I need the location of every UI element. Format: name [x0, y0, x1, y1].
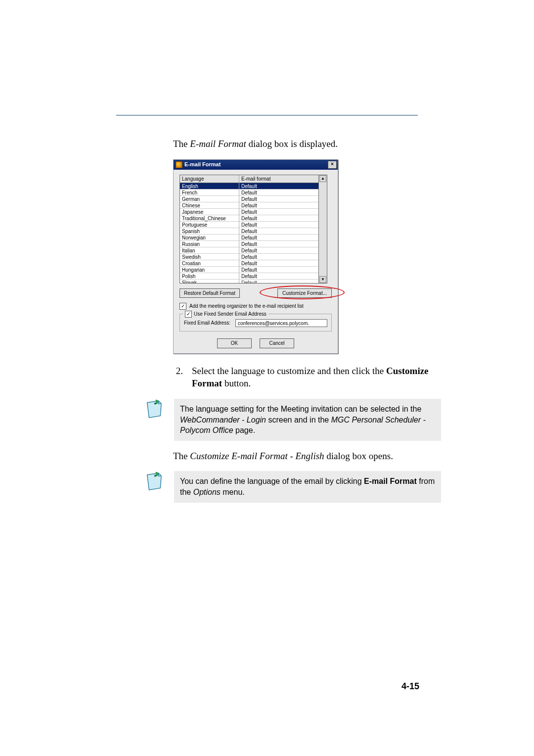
- text: screen and in the: [266, 416, 331, 424]
- cell-format: Default: [239, 222, 318, 228]
- add-organizer-checkbox[interactable]: ✓: [179, 303, 186, 310]
- scroll-up-button[interactable]: ▲: [319, 175, 326, 182]
- col-header-language: Language: [180, 175, 239, 183]
- fixed-sender-fieldset: ✓ Use Fixed Sender Email Address Fixed E…: [179, 314, 332, 331]
- note-1: The language setting for the Meeting inv…: [144, 399, 441, 441]
- cell-language: Russian: [180, 241, 239, 247]
- dialog-titlebar: E-mail Format ×: [174, 160, 338, 170]
- table-row[interactable]: Russian Default: [180, 241, 318, 247]
- cell-language: Portuguese: [180, 222, 239, 228]
- cell-format: Default: [239, 254, 318, 260]
- cell-language: English: [180, 183, 239, 189]
- text-italic: E-mail Format: [190, 139, 246, 149]
- cell-language: Croatian: [180, 260, 239, 267]
- cell-format: Default: [239, 247, 318, 254]
- table-row[interactable]: Spanish Default: [180, 228, 318, 235]
- text-bold: E-mail Format: [364, 477, 417, 485]
- cell-language: Japanese: [180, 209, 239, 215]
- text: Select the language to customize and the…: [192, 366, 386, 376]
- dialog-body: Language E-mail format English Default F…: [174, 170, 338, 353]
- sticky-note-icon: [144, 400, 163, 421]
- add-organizer-label: Add the meeting organizer to the e-mail …: [189, 303, 304, 310]
- cell-language: Swedish: [180, 254, 239, 260]
- format-buttons-row: Restore Default Format Customize Format.…: [179, 288, 332, 298]
- table-row[interactable]: German Default: [180, 196, 318, 202]
- close-button[interactable]: ×: [328, 161, 337, 169]
- table-row[interactable]: Japanese Default: [180, 209, 318, 215]
- use-fixed-sender-label: Use Fixed Sender Email Address: [194, 311, 267, 318]
- table-row[interactable]: Traditional_Chinese Default: [180, 215, 318, 222]
- cell-format: Default: [239, 235, 318, 241]
- cell-format: Default: [239, 267, 318, 273]
- table-row[interactable]: English Default: [180, 183, 318, 189]
- titlebar-left: E-mail Format: [176, 161, 221, 168]
- sticky-note-icon: [144, 472, 163, 493]
- cell-language: Norwegian: [180, 235, 239, 241]
- cell-format: Default: [239, 189, 318, 196]
- scrollbar[interactable]: ▲ ▼: [319, 175, 327, 284]
- text-italic: Options: [193, 488, 221, 496]
- fixed-email-row: Fixed Email Address: conferences@service…: [184, 319, 327, 327]
- cell-format: Default: [239, 273, 318, 280]
- page: The E-mail Format dialog box is displaye…: [0, 0, 534, 756]
- text: dialog box opens.: [324, 451, 393, 461]
- page-number: 4-15: [401, 681, 419, 692]
- cell-language: Slovak: [180, 280, 239, 283]
- fixed-sender-legend: ✓ Use Fixed Sender Email Address: [183, 311, 268, 318]
- table-row[interactable]: Polish Default: [180, 273, 318, 280]
- text: page.: [233, 426, 255, 434]
- cell-format: Default: [239, 183, 318, 189]
- fixed-email-input[interactable]: conferences@services.polycom.: [235, 319, 327, 327]
- text: button.: [222, 378, 251, 388]
- scroll-down-button[interactable]: ▼: [319, 276, 326, 283]
- cell-format: Default: [239, 260, 318, 267]
- cell-format: Default: [239, 228, 318, 235]
- cancel-button[interactable]: Cancel: [260, 338, 294, 348]
- cell-language: Polish: [180, 273, 239, 280]
- customize-format-button[interactable]: Customize Format...: [277, 288, 332, 298]
- cell-language: French: [180, 189, 239, 196]
- cell-language: Hungarian: [180, 267, 239, 273]
- col-header-format: E-mail format: [239, 175, 318, 183]
- cell-language: Spanish: [180, 228, 239, 235]
- dialog-title: E-mail Format: [184, 161, 221, 168]
- step-number: 2.: [173, 365, 183, 390]
- table-row[interactable]: Norwegian Default: [180, 235, 318, 241]
- text: The: [173, 451, 190, 461]
- ok-button[interactable]: OK: [217, 338, 252, 348]
- table-row[interactable]: Swedish Default: [180, 254, 318, 260]
- language-grid-wrap: Language E-mail format English Default F…: [179, 175, 332, 284]
- app-icon: [176, 161, 182, 168]
- use-fixed-sender-checkbox[interactable]: ✓: [185, 311, 192, 318]
- cell-format: Default: [239, 196, 318, 202]
- restore-default-format-button[interactable]: Restore Default Format: [179, 288, 240, 298]
- table-row[interactable]: Chinese Default: [180, 202, 318, 209]
- text: The: [173, 139, 190, 149]
- cell-language: Traditional_Chinese: [180, 215, 239, 222]
- table-row[interactable]: Portuguese Default: [180, 222, 318, 228]
- table-row[interactable]: Italian Default: [180, 247, 318, 254]
- table-row[interactable]: Slovak Default: [180, 280, 318, 283]
- language-grid[interactable]: Language E-mail format English Default F…: [179, 175, 319, 284]
- dialog-footer: OK Cancel: [179, 338, 332, 348]
- secondary-paragraph: The Customize E-mail Format - English di…: [173, 450, 430, 463]
- svg-point-1: [154, 475, 156, 477]
- text: The language setting for the Meeting inv…: [180, 405, 421, 413]
- table-row[interactable]: Hungarian Default: [180, 267, 318, 273]
- note-text: You can define the language of the email…: [174, 471, 441, 502]
- cell-format: Default: [239, 280, 318, 283]
- grid-header: Language E-mail format: [180, 175, 318, 183]
- text: You can define the language of the email…: [180, 477, 364, 485]
- add-organizer-row: ✓ Add the meeting organizer to the e-mai…: [179, 303, 332, 310]
- step-2: 2. Select the language to customize and …: [173, 365, 430, 390]
- note-text: The language setting for the Meeting inv…: [174, 399, 441, 441]
- body-column: The E-mail Format dialog box is displaye…: [173, 138, 430, 503]
- text: dialog box is displayed.: [246, 139, 338, 149]
- cell-format: Default: [239, 215, 318, 222]
- header-rule: [116, 115, 418, 116]
- note-icon: [144, 471, 163, 496]
- step-text: Select the language to customize and the…: [192, 365, 430, 390]
- table-row[interactable]: French Default: [180, 189, 318, 196]
- email-format-dialog: E-mail Format × Language E-mail format E…: [173, 159, 338, 354]
- table-row[interactable]: Croatian Default: [180, 260, 318, 267]
